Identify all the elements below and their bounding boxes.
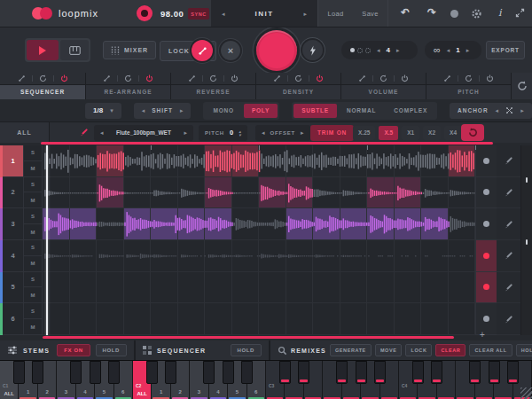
step-cell[interactable]: [286, 272, 314, 304]
step-cell[interactable]: [340, 177, 368, 209]
step-cell[interactable]: [286, 303, 314, 335]
step-cell[interactable]: [97, 208, 124, 240]
fx-on-toggle[interactable]: FX ON: [57, 344, 90, 356]
complexity-normal[interactable]: NORMAL: [339, 104, 384, 118]
black-key[interactable]: [412, 361, 424, 384]
step-cell[interactable]: [421, 272, 449, 304]
complexity-complex[interactable]: COMPLEX: [386, 104, 435, 118]
step-cell[interactable]: [421, 145, 449, 177]
step-cell[interactable]: [395, 272, 422, 304]
step-cell[interactable]: [232, 208, 260, 240]
info-icon[interactable]: i: [498, 7, 502, 19]
step-cell[interactable]: [97, 303, 124, 335]
settings-gear-icon[interactable]: [471, 8, 482, 20]
step-cell[interactable]: [151, 240, 178, 272]
power-icon[interactable]: [231, 74, 239, 82]
solo-button-6[interactable]: S: [24, 303, 43, 319]
step-cell[interactable]: [97, 272, 124, 304]
step-cell[interactable]: [259, 145, 286, 177]
step-cell[interactable]: [70, 303, 98, 335]
remix-clear-all-button[interactable]: CLEAR ALL: [469, 344, 512, 356]
add-icon[interactable]: +: [480, 330, 485, 340]
tab-sequencer[interactable]: SEQUENCER: [0, 84, 85, 99]
refresh-icon[interactable]: [465, 74, 473, 82]
black-key[interactable]: [469, 361, 481, 384]
step-cell[interactable]: [395, 208, 422, 240]
step-cell[interactable]: [449, 272, 476, 304]
rate-selector[interactable]: 1/8 ▾: [85, 103, 121, 119]
random-icon[interactable]: [273, 74, 281, 82]
retrigger-button[interactable]: [461, 124, 484, 141]
black-key[interactable]: [108, 361, 120, 384]
step-cell[interactable]: [421, 240, 449, 272]
step-cell[interactable]: [124, 303, 152, 335]
step-cell[interactable]: [151, 272, 178, 304]
step-cell[interactable]: [313, 240, 340, 272]
step-cell[interactable]: [286, 240, 314, 272]
anchor-random-icon[interactable]: [505, 106, 513, 114]
track-select-5[interactable]: 5: [3, 272, 24, 304]
step-cell[interactable]: [70, 240, 98, 272]
step-cell[interactable]: [340, 303, 368, 335]
cycles-next-icon[interactable]: ▸: [466, 47, 470, 53]
mute-button-6[interactable]: M: [24, 319, 43, 335]
power-icon[interactable]: [316, 74, 324, 82]
speed-x-5[interactable]: X.5: [379, 126, 398, 140]
power-icon[interactable]: [145, 74, 153, 82]
save-button[interactable]: Save: [353, 0, 388, 27]
refresh-icon[interactable]: [294, 74, 302, 82]
black-key[interactable]: [298, 361, 309, 384]
power-icon[interactable]: [486, 74, 494, 82]
step-cell[interactable]: [178, 177, 206, 209]
step-cell[interactable]: [70, 272, 98, 304]
status-circle-icon[interactable]: [450, 10, 458, 18]
step-cell[interactable]: [70, 208, 98, 240]
speed-x2[interactable]: X2: [423, 126, 441, 140]
black-key[interactable]: [165, 361, 176, 384]
infinity-icon[interactable]: ∞: [434, 45, 441, 55]
tab-reverse[interactable]: REVERSE: [171, 84, 255, 99]
complexity-subtle[interactable]: SUBTLE: [293, 104, 337, 118]
step-cell[interactable]: [232, 145, 260, 177]
step-cell[interactable]: [449, 208, 476, 240]
black-key[interactable]: [13, 361, 25, 384]
step-cell[interactable]: [70, 177, 98, 209]
edit-track-4[interactable]: [497, 240, 520, 272]
anchor-right-icon[interactable]: ▸: [520, 107, 524, 113]
step-cell[interactable]: [259, 272, 286, 304]
solo-button-5[interactable]: S: [24, 272, 43, 288]
sample-name[interactable]: Flute_100bpm_WET: [116, 129, 171, 136]
step-cell[interactable]: [124, 177, 152, 209]
power-icon[interactable]: [401, 74, 409, 82]
black-key[interactable]: [90, 361, 101, 384]
refresh-icon[interactable]: [379, 74, 387, 82]
refresh-icon[interactable]: [124, 74, 132, 82]
lock-button[interactable]: LOCK: [168, 48, 190, 54]
offset-left-icon[interactable]: ◂: [262, 129, 265, 136]
speed-x-25[interactable]: X.25: [353, 126, 375, 140]
step-cell[interactable]: [232, 177, 260, 209]
step-cell[interactable]: [178, 208, 206, 240]
solo-button-3[interactable]: S: [24, 208, 43, 224]
step-cell[interactable]: [205, 145, 232, 177]
step-cell[interactable]: [124, 272, 152, 304]
shift-right-icon[interactable]: ▸: [180, 107, 184, 113]
remix-hold-button[interactable]: HOLD: [516, 344, 532, 356]
track-select-2[interactable]: 2: [3, 177, 24, 209]
step-cell[interactable]: [70, 145, 98, 177]
preset-next-icon[interactable]: ▸: [303, 11, 307, 17]
refresh-icon[interactable]: [209, 74, 217, 82]
anchor-left-icon[interactable]: ◂: [496, 107, 499, 113]
cycles-value[interactable]: 1: [456, 46, 459, 54]
black-key[interactable]: [279, 361, 291, 384]
black-key[interactable]: [241, 361, 253, 384]
step-cell[interactable]: [151, 208, 178, 240]
black-key[interactable]: [507, 361, 519, 384]
step-cell[interactable]: [259, 177, 286, 209]
trigger-bolt-button[interactable]: [302, 40, 323, 60]
step-cell[interactable]: [151, 177, 178, 209]
record-arm-4[interactable]: [475, 240, 497, 272]
step-cell[interactable]: [124, 145, 152, 177]
random-icon[interactable]: [443, 74, 451, 82]
step-cell[interactable]: [178, 272, 206, 304]
